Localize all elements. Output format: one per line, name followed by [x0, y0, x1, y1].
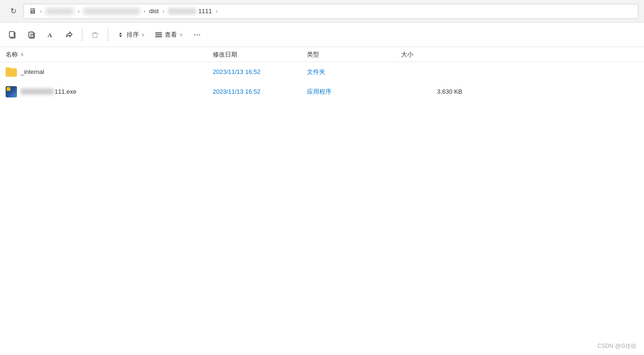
file-area: 名称 ∧ 修改日期 类型 大小 _internal 2023/11/13 16:… [0, 47, 644, 355]
svg-rect-7 [155, 36, 162, 37]
file-label-internal: _internal [21, 68, 44, 75]
file-type-internal: 文件夹 [307, 68, 401, 76]
sort-button[interactable]: 排序 ∨ [112, 26, 149, 44]
view-label: 查看 [165, 31, 177, 39]
file-label-exe: 111.exe [21, 88, 76, 95]
toolbar-separator-2 [108, 28, 108, 41]
file-type-exe: 应用程序 [307, 88, 401, 96]
column-headers: 名称 ∧ 修改日期 类型 大小 [0, 47, 644, 62]
breadcrumb-sep-2: › [144, 8, 145, 15]
view-chevron: ∨ [179, 32, 183, 37]
breadcrumb-sep-3: › [162, 8, 164, 15]
rename-button[interactable]: A [41, 26, 59, 44]
file-date-exe: 2023/11/13 16:52 [213, 88, 307, 95]
breadcrumb-chevron[interactable]: › [216, 8, 217, 15]
watermark: CSDN @G佳佑 [597, 342, 636, 350]
breadcrumb-bar[interactable]: 🖥 › › › dist › 1111 › [24, 4, 638, 19]
folder-icon [6, 67, 17, 77]
file-size-exe: 3,630 KB [401, 88, 472, 95]
svg-rect-1 [9, 32, 14, 37]
breadcrumb-item-3[interactable]: 1111 [168, 8, 212, 15]
sort-arrow-icon: ∧ [20, 51, 24, 57]
svg-rect-5 [155, 32, 162, 33]
file-row-internal[interactable]: _internal 2023/11/13 16:52 文件夹 [0, 62, 644, 82]
copy-path-button[interactable] [4, 26, 22, 44]
share-button[interactable] [60, 26, 78, 44]
more-button[interactable]: ··· [188, 26, 206, 44]
sort-chevron: ∨ [141, 32, 145, 37]
breadcrumb-item-dist[interactable]: dist [149, 8, 159, 15]
svg-text:A: A [48, 32, 52, 39]
col-header-type[interactable]: 类型 [307, 50, 401, 59]
breadcrumb-item-1[interactable] [83, 8, 140, 15]
address-bar: ↻ 🖥 › › › dist › 1111 › [0, 0, 644, 23]
breadcrumb-item-0[interactable] [46, 8, 74, 15]
computer-icon: 🖥 [29, 7, 36, 16]
file-row-exe[interactable]: 111.exe 2023/11/13 16:52 应用程序 3,630 KB [0, 82, 644, 102]
file-date-internal: 2023/11/13 16:52 [213, 68, 307, 75]
view-button[interactable]: 查看 ∨ [150, 26, 187, 44]
breadcrumb-sep-1: › [78, 8, 80, 15]
delete-button[interactable] [86, 26, 104, 44]
toolbar: A 排序 ∨ 查看 ∨ ··· [0, 23, 644, 47]
col-header-name[interactable]: 名称 ∧ [6, 50, 213, 59]
file-name-exe: 111.exe [6, 86, 213, 97]
file-name-internal: _internal [6, 67, 213, 77]
refresh-button[interactable]: ↻ [6, 4, 21, 19]
breadcrumb-sep-0: › [40, 8, 42, 15]
exe-icon [6, 86, 17, 97]
svg-rect-6 [155, 34, 162, 35]
paste-button[interactable] [23, 26, 40, 44]
col-header-date[interactable]: 修改日期 [213, 50, 307, 59]
col-header-size[interactable]: 大小 [401, 50, 472, 59]
more-icon: ··· [193, 30, 201, 40]
toolbar-separator [82, 28, 82, 41]
sort-label: 排序 [127, 31, 139, 39]
